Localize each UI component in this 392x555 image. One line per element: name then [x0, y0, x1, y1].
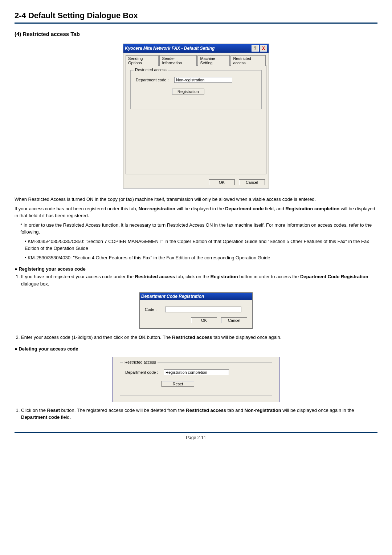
text: will be displayed in the [175, 206, 225, 211]
note: * In order to use the Restricted Access … [15, 222, 377, 236]
text: Click on the [21, 408, 47, 413]
text: button. The [146, 335, 172, 340]
paragraph: When Restricted Access is turned ON in t… [15, 196, 377, 203]
tabstrip: Sending Options Sender Information Machi… [123, 53, 269, 65]
department-code-row: Department code : [125, 369, 267, 375]
paragraph: If your access code has not been registe… [15, 205, 377, 219]
body-text: Click on the Reset button. The registere… [15, 407, 377, 421]
code-label: Code : [145, 307, 165, 312]
header-rule [15, 23, 377, 24]
bold-text: Department Code Registration [300, 274, 368, 279]
groupbox-title: Restricted access [123, 360, 158, 364]
dept-code-registration-dialog: Department Code Registration Code : OK C… [139, 292, 253, 329]
restricted-access-group: Restricted access Department code : Rese… [120, 362, 272, 396]
bold-text: Reset [47, 408, 60, 413]
section-title: 2-4 Default Setting Dialogue Box [15, 11, 377, 20]
text: field, and [264, 206, 285, 211]
steps-delete: Click on the Reset button. The registere… [15, 407, 377, 421]
bold-text: Registration completion [285, 206, 339, 211]
bold-text: Non-registration [245, 408, 281, 413]
tab-sending-options[interactable]: Sending Options [126, 55, 159, 66]
dialog-body: Code : OK Cancel [140, 300, 252, 328]
footer-rule: Page 2-11 [15, 432, 377, 440]
text: If you have not registered your access c… [21, 274, 135, 279]
dialog-titlebar: Kyocera Mita Network FAX - Default Setti… [123, 44, 269, 53]
ok-button[interactable]: OK [209, 179, 235, 185]
step: Click on the Reset button. The registere… [21, 407, 377, 421]
restricted-access-group: Restricted access Department code : Regi… [130, 70, 262, 109]
tab-restricted-access[interactable]: Restricted access [230, 55, 266, 66]
default-setting-dialog: Kyocera Mita Network FAX - Default Setti… [123, 44, 269, 189]
text: Enter your access code (1-8digits) and t… [21, 335, 139, 340]
dialog-title: Department Code Registration [141, 294, 251, 299]
dialog-titlebar: Department Code Registration [140, 293, 252, 300]
body-text: When Restricted Access is turned ON in t… [15, 196, 377, 287]
text: button. The registered access code will … [60, 408, 186, 413]
dialog-title: Kyocera Mita Network FAX - Default Setti… [125, 46, 250, 51]
ref-item: • KM-2530/3530/4030: "Section 4 Other Fe… [15, 254, 377, 262]
department-code-label: Department code : [136, 78, 174, 82]
text: If your access code has not been registe… [15, 206, 139, 211]
text: tab, click on the [175, 274, 211, 279]
text: field. [60, 414, 71, 420]
text: will be displayed once again in the [281, 408, 354, 413]
bold-text: Restricted access [172, 335, 212, 340]
bold-text: Department code [225, 206, 264, 211]
text: tab will be displayed once again. [212, 335, 282, 340]
step: Enter your access code (1-8digits) and t… [21, 334, 377, 341]
department-code-input[interactable] [164, 369, 229, 375]
reset-row: Reset [162, 381, 267, 387]
steps-register: If you have not registered your access c… [15, 273, 377, 287]
text: tab and [226, 408, 245, 413]
ref-item: • KM-3035/4035/5035/C850: "Section 7 COP… [15, 238, 377, 252]
reset-button[interactable]: Reset [162, 381, 194, 387]
bold-text: Registration [211, 274, 238, 279]
cancel-button[interactable]: Cancel [239, 179, 265, 185]
cancel-button[interactable]: Cancel [221, 317, 247, 323]
step: If you have not registered your access c… [21, 273, 377, 287]
steps-register-cont: Enter your access code (1-8digits) and t… [15, 334, 377, 341]
close-icon[interactable]: X [260, 45, 267, 52]
ok-button[interactable]: OK [191, 317, 217, 323]
code-row: Code : [145, 307, 247, 312]
heading-registering: Registering your access code [15, 266, 377, 272]
bold-text: Department code [21, 414, 60, 420]
tab-machine-setting[interactable]: Machine Setting [197, 55, 230, 66]
registration-row: Registration [172, 89, 256, 94]
bold-text: Restricted access [135, 274, 175, 279]
groupbox-title: Restricted access [134, 68, 168, 72]
department-code-row: Department code : [136, 77, 256, 83]
department-code-input[interactable] [174, 77, 232, 83]
subsection-title: (4) Restricted access Tab [15, 31, 377, 37]
text: dialogue box. [21, 281, 49, 287]
heading-deleting: Deleting your access code [15, 346, 377, 352]
bold-text: OK [139, 335, 146, 340]
dialog-button-row: OK Cancel [145, 317, 247, 323]
dialog-button-row: OK Cancel [123, 177, 269, 188]
bold-text: Restricted access [186, 408, 226, 413]
tab-panel: Restricted access Department code : Regi… [126, 65, 266, 174]
tab-sender-information[interactable]: Sender Information [159, 55, 197, 66]
registration-button[interactable]: Registration [172, 89, 204, 94]
page-number: Page 2-11 [186, 435, 206, 440]
delete-access-shot: Restricted access Department code : Rese… [112, 357, 280, 402]
help-icon[interactable]: ? [252, 45, 259, 52]
text: button in order to access the [238, 274, 300, 279]
department-code-label: Department code : [125, 370, 164, 374]
code-input[interactable] [165, 307, 241, 312]
body-text: Enter your access code (1-8digits) and t… [15, 334, 377, 352]
bold-text: Non-registration [139, 206, 175, 211]
